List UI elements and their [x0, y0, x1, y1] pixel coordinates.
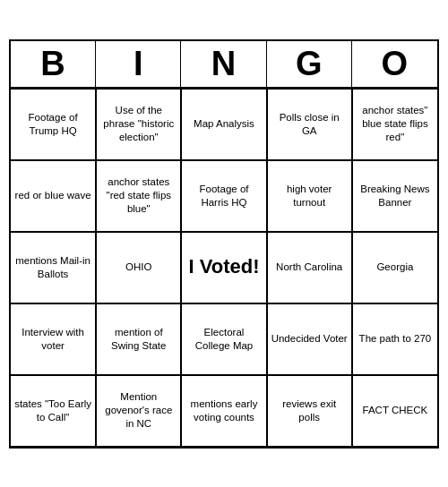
bingo-cell[interactable]: Breaking News Banner [352, 160, 437, 232]
bingo-cell[interactable]: Electoral College Map [181, 303, 266, 375]
bingo-cell[interactable]: anchor states "red state flips blue" [96, 160, 181, 232]
bingo-cell[interactable]: states "Too Early to Call" [11, 375, 96, 447]
bingo-cell[interactable]: Interview with voter [11, 303, 96, 375]
bingo-header: BINGO [11, 41, 437, 89]
bingo-cell[interactable]: North Carolina [267, 232, 352, 303]
bingo-cell[interactable]: Georgia [352, 232, 437, 303]
bingo-cell[interactable]: red or blue wave [11, 160, 96, 232]
bingo-cell[interactable]: mentions Mail-in Ballots [11, 232, 96, 303]
bingo-cell[interactable]: OHIO [96, 232, 181, 303]
bingo-letter: I [96, 41, 181, 87]
bingo-cell[interactable]: Footage of Trump HQ [11, 89, 96, 160]
bingo-letter: B [11, 41, 96, 87]
bingo-cell[interactable]: Footage of Harris HQ [181, 160, 266, 232]
bingo-cell[interactable]: Undecided Voter [267, 303, 352, 375]
bingo-cell[interactable]: FACT CHECK [352, 375, 437, 447]
bingo-cell[interactable]: mentions early voting counts [181, 375, 266, 447]
bingo-card: BINGO Footage of Trump HQUse of the phra… [9, 39, 439, 449]
bingo-cell[interactable]: anchor states" blue state flips red" [352, 89, 437, 160]
bingo-cell[interactable]: Polls close in GA [267, 89, 352, 160]
bingo-cell[interactable]: Map Analysis [181, 89, 266, 160]
bingo-cell[interactable]: reviews exit polls [267, 375, 352, 447]
bingo-letter: N [181, 41, 266, 87]
bingo-cell[interactable]: Use of the phrase "historic election" [96, 89, 181, 160]
bingo-letter: G [267, 41, 352, 87]
bingo-grid: Footage of Trump HQUse of the phrase "hi… [11, 89, 437, 447]
bingo-cell[interactable]: mention of Swing State [96, 303, 181, 375]
bingo-cell[interactable]: The path to 270 [352, 303, 437, 375]
bingo-cell[interactable]: Mention govenor's race in NC [96, 375, 181, 447]
bingo-cell[interactable]: I Voted! [181, 232, 266, 303]
bingo-letter: O [352, 41, 437, 87]
bingo-cell[interactable]: high voter turnout [267, 160, 352, 232]
